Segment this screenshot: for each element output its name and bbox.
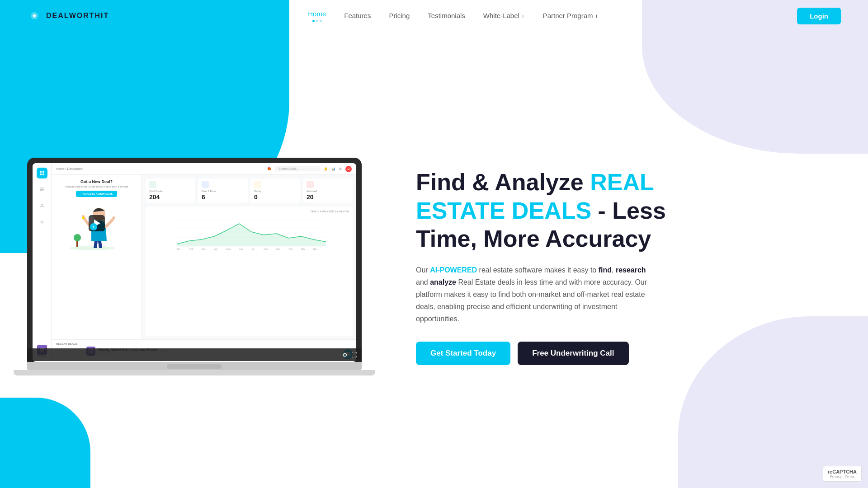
recaptcha-badge: reCAPTCHA Privacy - Terms bbox=[823, 466, 862, 482]
svg-rect-14 bbox=[76, 240, 78, 247]
svg-text:Nov: Nov bbox=[301, 248, 305, 250]
laptop-hinge bbox=[27, 362, 362, 370]
svg-text:Jan: Jan bbox=[177, 248, 180, 250]
svg-point-8 bbox=[41, 204, 43, 206]
laptop-base bbox=[14, 370, 375, 375]
dashboard: Feedback Home / Dashboard 🎁 Search Deal.… bbox=[33, 163, 356, 362]
nav-link-testimonials[interactable]: Testimonials bbox=[428, 12, 465, 19]
nav-item-home[interactable]: Home bbox=[308, 10, 326, 22]
logo-icon bbox=[27, 9, 42, 23]
login-button[interactable]: Login bbox=[797, 8, 841, 24]
svg-text:Jun: Jun bbox=[239, 248, 243, 250]
stat-icon-7 bbox=[202, 181, 209, 188]
nav-link-partner[interactable]: Partner Program + bbox=[543, 12, 599, 19]
laptop-notch bbox=[176, 158, 212, 163]
stat-archived: Archived 20 bbox=[303, 178, 353, 203]
dash-body: Got a New Deal? Analyze your Real Estate… bbox=[52, 175, 356, 339]
dash-icon-person bbox=[37, 200, 47, 211]
gift-icon: 🎁 bbox=[267, 167, 271, 171]
new-deal-sub: Analyze your Real Estate deals in less t… bbox=[65, 185, 128, 188]
stat-past-7: Past 7 Days 6 bbox=[198, 178, 248, 203]
user-avatar: D bbox=[345, 166, 352, 172]
dash-icon-deals bbox=[37, 184, 47, 195]
nav-link-home[interactable]: Home bbox=[308, 10, 326, 18]
nav-links: Home Features Pricing Testimonials White… bbox=[308, 10, 598, 22]
svg-rect-1 bbox=[40, 171, 42, 173]
illustration-area: 1 bbox=[65, 201, 128, 246]
stat-icon-archived bbox=[307, 181, 314, 188]
dash-sidebar: Feedback bbox=[33, 163, 52, 362]
svg-point-9 bbox=[41, 221, 43, 223]
deals-chart: Jan Feb Mar Apr May Jun Jul Aug bbox=[149, 215, 349, 251]
video-controls: ⚙ ⛶ bbox=[27, 348, 362, 361]
nav-item-partner[interactable]: Partner Program + bbox=[543, 12, 599, 20]
bell-icon: 🔔 bbox=[324, 167, 328, 171]
nav-item-pricing[interactable]: Pricing bbox=[389, 12, 410, 20]
logo-text: DEALWORTHIT bbox=[46, 12, 109, 20]
svg-text:Mar: Mar bbox=[202, 248, 206, 250]
badge-1: 1 bbox=[90, 223, 97, 230]
analyze-text: analyze bbox=[430, 278, 456, 286]
ai-powered-text: AI-POWERED bbox=[430, 266, 477, 274]
dash-icon-active bbox=[37, 168, 47, 178]
svg-rect-5 bbox=[40, 188, 44, 188]
nav-dot-1 bbox=[312, 20, 315, 22]
fullscreen-icon[interactable]: ⛶ bbox=[351, 352, 357, 358]
svg-rect-2 bbox=[42, 171, 44, 173]
chart-title: DEALS ANALYZED BY MONTH bbox=[149, 210, 349, 213]
dash-search: Search Deal... bbox=[275, 166, 320, 171]
find-text: find bbox=[599, 266, 612, 274]
hero-section: Find & Analyze REALESTATE DEALS - LessTi… bbox=[380, 150, 841, 383]
laptop-outer: Feedback Home / Dashboard 🎁 Search Deal.… bbox=[27, 158, 362, 362]
new-deal-panel: Got a New Deal? Analyze your Real Estate… bbox=[65, 179, 128, 197]
chart-icon: 📊 bbox=[331, 167, 335, 171]
nav-link-white-label[interactable]: White-Label + bbox=[483, 12, 525, 19]
svg-rect-3 bbox=[40, 174, 42, 175]
dash-main: Home / Dashboard 🎁 Search Deal... 🔔 📊 ⊞ … bbox=[52, 163, 356, 362]
breadcrumb: Home / Dashboard bbox=[56, 167, 83, 170]
svg-text:Feb: Feb bbox=[189, 248, 193, 250]
dash-left-panel: Got a New Deal? Analyze your Real Estate… bbox=[52, 175, 142, 339]
chart-area: DEALS ANALYZED BY MONTH bbox=[146, 206, 353, 336]
navbar: DEALWORTHIT Home Features Pricing Testim… bbox=[0, 0, 868, 32]
free-underwriting-button[interactable]: Free Underwriting Call bbox=[518, 342, 628, 365]
nav-link-features[interactable]: Features bbox=[344, 12, 371, 19]
dash-icon-settings bbox=[37, 216, 47, 227]
logo-area: DEALWORTHIT bbox=[27, 9, 109, 23]
dash-topbar: Home / Dashboard 🎁 Search Deal... 🔔 📊 ⊞ … bbox=[52, 163, 356, 175]
laptop-trackpad bbox=[167, 364, 222, 369]
analyze-button[interactable]: + ANALYZE A NEW DEAL bbox=[76, 191, 118, 197]
svg-text:Oct: Oct bbox=[289, 248, 292, 250]
get-started-button[interactable]: Get Started Today bbox=[416, 342, 510, 365]
nav-item-white-label[interactable]: White-Label + bbox=[483, 12, 525, 20]
nav-dot-3 bbox=[320, 20, 322, 22]
svg-rect-6 bbox=[40, 189, 44, 190]
hero-description: Our AI-POWERED real estate software make… bbox=[416, 264, 651, 325]
svg-text:May: May bbox=[226, 248, 231, 250]
svg-text:Apr: Apr bbox=[214, 248, 218, 250]
nav-dot-2 bbox=[316, 20, 318, 22]
stats-row: Total Deals 204 Past 7 Days 6 bbox=[146, 178, 353, 203]
recaptcha-logo: reCAPTCHA bbox=[828, 469, 857, 474]
svg-text:Aug: Aug bbox=[264, 248, 268, 250]
hero-heading-part1: Find & Analyze bbox=[416, 169, 590, 195]
new-deal-heading: Got a New Deal? bbox=[65, 179, 128, 184]
nav-item-features[interactable]: Features bbox=[344, 12, 371, 20]
svg-rect-7 bbox=[40, 190, 43, 191]
stat-today: Today 0 bbox=[250, 178, 300, 203]
svg-point-15 bbox=[74, 234, 81, 241]
grid-icon: ⊞ bbox=[339, 167, 342, 171]
nav-link-pricing[interactable]: Pricing bbox=[389, 12, 410, 19]
svg-rect-4 bbox=[42, 174, 44, 175]
laptop-section: Feedback Home / Dashboard 🎁 Search Deal.… bbox=[27, 158, 380, 375]
stat-icon-today bbox=[254, 181, 261, 188]
nav-item-testimonials[interactable]: Testimonials bbox=[428, 12, 465, 20]
svg-marker-20 bbox=[177, 224, 326, 246]
stat-icon-total bbox=[149, 181, 156, 188]
svg-text:Dec: Dec bbox=[313, 248, 317, 250]
laptop-wrapper: Feedback Home / Dashboard 🎁 Search Deal.… bbox=[27, 158, 362, 375]
hero-heading: Find & Analyze REALESTATE DEALS - LessTi… bbox=[416, 168, 814, 253]
research-text: research bbox=[616, 266, 646, 274]
settings-icon[interactable]: ⚙ bbox=[342, 352, 348, 358]
svg-text:Jul: Jul bbox=[251, 248, 254, 250]
